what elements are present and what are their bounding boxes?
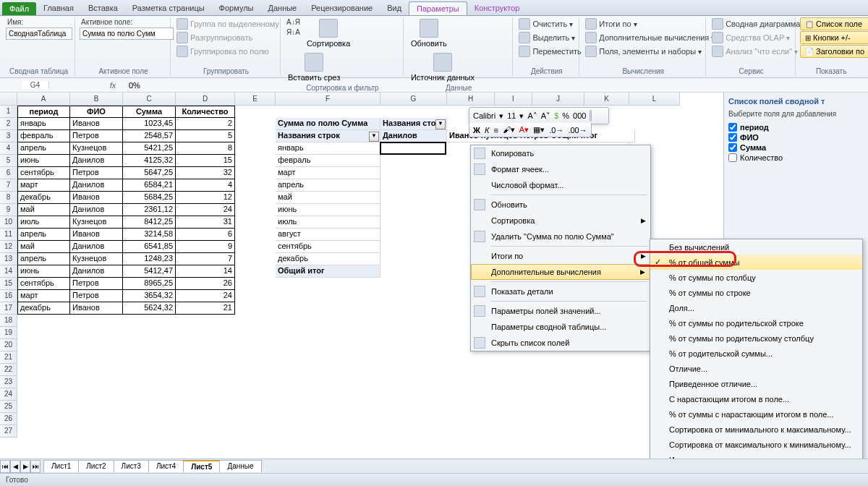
comma-icon[interactable]: 000 [573,111,586,120]
cell[interactable]: 5684,25 [123,192,176,204]
currency-icon[interactable]: $ [554,111,558,120]
italic-icon[interactable]: К [485,126,489,135]
cell[interactable]: 3214,58 [123,229,176,241]
submenu-item[interactable]: % от суммы по родительской строке [650,315,862,331]
cell[interactable]: май [276,192,380,204]
dropdown-icon[interactable]: ▼ [435,119,446,129]
cell[interactable]: 2548,57 [123,130,176,142]
formula-input[interactable]: 0% [126,81,868,90]
menu-item[interactable]: Формат ячеек... [471,161,650,177]
pivot-chart[interactable]: Сводная диаграмма [710,17,801,30]
row-header[interactable]: 20 [0,339,17,351]
cell[interactable]: декабрь [276,253,380,265]
tab-file[interactable]: Файл [2,2,36,15]
sheet-tab[interactable]: Лист1 [43,460,79,472]
cell[interactable]: Сумма по полю Сумма [276,118,380,130]
dec-inc-icon[interactable]: .0→ [549,126,563,135]
sheet-tab[interactable]: Лист4 [148,460,184,472]
row-header[interactable]: 5 [0,155,17,167]
row-header[interactable]: 19 [0,327,17,339]
cell[interactable]: 8412,25 [123,216,176,229]
cell[interactable]: март [17,290,70,302]
pivot-name-field[interactable] [6,27,72,40]
col-header[interactable]: E [235,93,276,106]
tab-0[interactable]: Главная [36,1,81,15]
row-header[interactable]: 14 [0,265,17,278]
cell[interactable]: Петров [70,167,123,179]
select-all-corner[interactable] [0,93,17,106]
cell[interactable]: 2361,12 [123,204,176,216]
cell[interactable]: 4 [176,179,235,192]
format-painter-icon[interactable] [590,110,592,122]
cell[interactable]: август [276,229,380,241]
cell[interactable]: Сумма [123,106,176,118]
cell[interactable]: декабрь [17,192,70,204]
active-field[interactable] [80,27,174,40]
sort-az[interactable]: А↓Я [285,17,302,27]
cell[interactable]: 5412,47 [123,265,176,278]
cell[interactable]: Данилов [380,130,447,142]
menu-item[interactable]: Параметры полей значений... [471,303,650,319]
cell[interactable]: сентябрь [276,241,380,253]
col-header[interactable]: K [584,93,629,106]
field-item[interactable]: Сумма [728,142,864,153]
datasource-button[interactable]: Источник данных [408,51,477,83]
cell[interactable]: ФИО [70,106,123,118]
col-header[interactable]: C [123,93,176,106]
cell[interactable]: 6541,85 [123,241,176,253]
cell[interactable]: Иванов [70,118,123,130]
bold-icon[interactable]: Ж [473,126,480,135]
submenu-item[interactable]: Приведенное отличие... [650,376,862,391]
cell[interactable]: 32 [176,167,235,179]
clear[interactable]: Очистить ▾ [517,17,582,30]
cell[interactable]: Количество [176,106,235,118]
cell[interactable]: январь [17,118,70,130]
cell[interactable]: июнь [276,204,380,216]
row-header[interactable]: 8 [0,192,17,204]
tab-6[interactable]: Вид [380,1,409,15]
menu-item[interactable]: Дополнительные вычисления▶ [471,264,650,280]
submenu-item[interactable]: % от суммы по родительскому столбцу [650,331,862,346]
cell[interactable]: Иванов [70,229,123,241]
shrink-font-icon[interactable]: A˅ [541,111,550,121]
row-header[interactable]: 27 [0,425,17,438]
menu-item[interactable]: Параметры сводной таблицы... [471,319,650,335]
cell[interactable]: июнь [17,265,70,278]
font-color-icon[interactable]: A▾ [519,125,529,135]
field-item[interactable]: период [728,122,864,132]
row-header[interactable]: 21 [0,351,17,364]
cell[interactable]: 2 [176,118,235,130]
cell[interactable]: 1248,23 [123,253,176,265]
move[interactable]: Переместить [517,45,582,58]
menu-item[interactable]: Итоги по▶ [471,248,650,264]
cell[interactable]: март [276,167,380,179]
field-item[interactable]: Количество [728,153,864,163]
slicer-button[interactable]: Вставить срез [285,51,343,83]
col-header[interactable]: I [495,93,532,106]
tab-7[interactable]: Параметры [409,1,467,15]
col-header[interactable]: J [532,93,584,106]
name-box[interactable]: G4 [22,81,49,89]
col-header[interactable]: B [70,93,123,106]
cell[interactable]: 14 [176,265,235,278]
cell[interactable]: Данилов [70,204,123,216]
cell[interactable]: Данилов [70,155,123,167]
cell[interactable]: апрель [17,229,70,241]
font-name[interactable]: Calibri [473,111,495,120]
sheet-tab[interactable]: Лист2 [78,460,114,472]
sheet-tab[interactable]: Лист5 [183,460,220,472]
tab-5[interactable]: Рецензирование [304,1,380,15]
cell[interactable]: июль [276,216,380,229]
cell[interactable]: 24 [176,204,235,216]
cell[interactable]: 9 [176,241,235,253]
cell[interactable]: Петров [70,290,123,302]
row-header[interactable]: 24 [0,388,17,401]
col-header[interactable]: L [629,93,680,106]
fields-items[interactable]: Поля, элементы и наборы ▾ [584,45,716,58]
row-header[interactable]: 23 [0,376,17,388]
grow-font-icon[interactable]: A˄ [527,111,537,121]
cell[interactable]: 5624,32 [123,302,176,315]
menu-item[interactable]: Скрыть список полей [471,335,650,351]
sheet-nav[interactable]: ⏮◀▶⏭ [0,460,41,473]
sheet-tab[interactable]: Лист3 [114,460,149,472]
